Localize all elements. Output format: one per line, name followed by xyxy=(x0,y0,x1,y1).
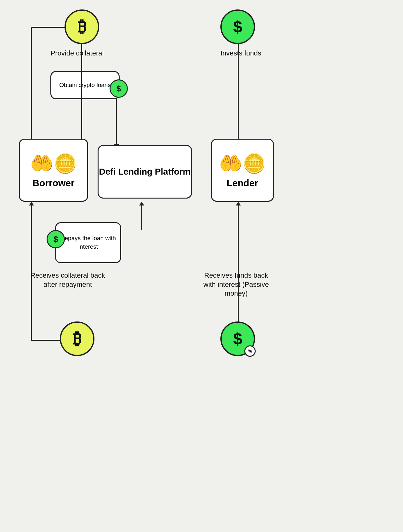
lender-hand-icon: 🤲🪙 xyxy=(219,152,266,175)
repays-label: Repays the loan with interest xyxy=(60,234,116,251)
obtain-loans-box: Obtain crypto loans xyxy=(50,71,120,99)
percent-badge: % xyxy=(244,345,256,357)
dollar-coin-loans: $ xyxy=(110,79,128,98)
bitcoin-symbol-top: ₿ xyxy=(78,17,86,36)
dollar-coin-top: $ xyxy=(220,9,255,44)
arrow-btc-to-borrower xyxy=(81,44,82,145)
provide-collateral-label: Provide collateral xyxy=(41,49,113,58)
obtain-loans-label: Obtain crypto loans xyxy=(59,81,111,90)
arrow-dollar-to-platform xyxy=(238,44,239,142)
arrow-left-up xyxy=(31,205,32,328)
lender-label: Lender xyxy=(227,178,258,188)
bitcoin-coin-top: ₿ xyxy=(65,9,99,44)
dollar-coin-repays: $ xyxy=(47,230,65,248)
dollar-symbol-loans: $ xyxy=(116,84,121,94)
arrow-loans-to-platform xyxy=(116,98,117,145)
platform-box: Defi Lending Platform xyxy=(98,145,192,199)
dollar-symbol-bottom: $ xyxy=(233,329,242,348)
borrower-label: Borrower xyxy=(32,178,74,188)
invests-funds-label: Invests funds xyxy=(208,49,274,58)
lender-box: 🤲🪙 Lender xyxy=(211,139,274,202)
receives-collateral-label: Receives collateral back after repayment xyxy=(28,271,107,289)
bitcoin-symbol-bottom: ₿ xyxy=(73,329,81,348)
arrow-right-up xyxy=(238,205,239,325)
bitcoin-coin-bottom: ₿ xyxy=(60,321,94,356)
percent-symbol: % xyxy=(248,349,252,354)
dollar-coin-bottom: $ % xyxy=(220,321,255,356)
platform-label: Defi Lending Platform xyxy=(99,166,191,177)
dollar-symbol-top: $ xyxy=(233,17,242,36)
dollar-symbol-repays: $ xyxy=(54,234,58,244)
repays-box: Repays the loan with interest xyxy=(55,222,121,263)
borrower-hand-icon: 🤲🪙 xyxy=(30,152,77,175)
borrower-box: 🤲🪙 Borrower xyxy=(19,139,88,202)
arrow-repays-to-platform xyxy=(141,205,142,230)
receives-funds-label: Receives funds back with interest (Passi… xyxy=(198,271,274,298)
